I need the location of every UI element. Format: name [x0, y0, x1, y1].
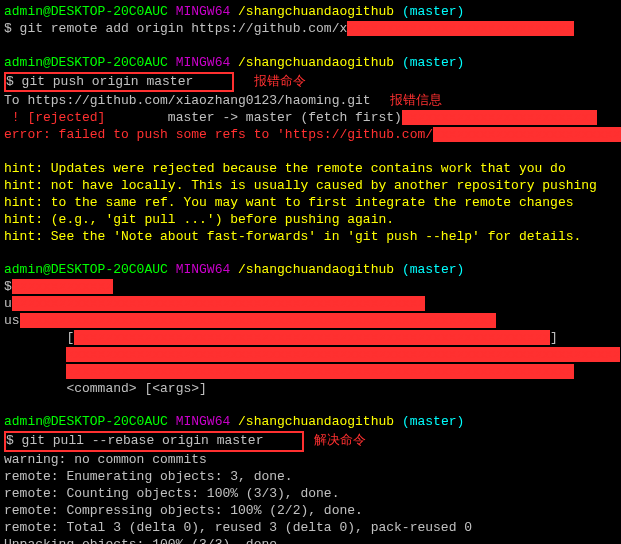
push-output: To https://github.com/xiaozhang0123/haom… — [4, 92, 617, 110]
cmd-remote-add: $ git remote add origin https://github.c… — [4, 21, 617, 38]
usage-line: usxxxxxxxxxxxxxxxxxxxxxxxxxxxxxxxxxxxxxx… — [4, 313, 617, 330]
pull-output: remote: Total 3 (delta 0), reused 3 (del… — [4, 520, 617, 537]
hint-line: hint: to the same ref. You may want to f… — [4, 195, 617, 212]
prompt-line: admin@DESKTOP-20C0AUC MINGW64 /shangchua… — [4, 414, 617, 431]
usage-line: [xxxxxxxxxxxxxxxxxxxxxxxxxxxxxxxxxxxxxxx… — [4, 330, 617, 347]
hint-line: hint: Updates were rejected because the … — [4, 161, 617, 178]
pull-output: remote: Counting objects: 100% (3/3), do… — [4, 486, 617, 503]
hint-line: hint: not have locally. This is usually … — [4, 178, 617, 195]
push-error: error: failed to push some refs to 'http… — [4, 127, 617, 144]
push-rejected: ! [rejected] master -> master (fetch fir… — [4, 110, 617, 127]
usage-line: <command> [<args>] — [4, 381, 617, 398]
cmd-push: $ git push origin master 报错命令 — [4, 72, 617, 93]
prompt-line: admin@DESKTOP-20C0AUC MINGW64 /shangchua… — [4, 4, 617, 21]
pull-output: Unpacking objects: 100% (3/3), done. — [4, 537, 617, 544]
hint-line: hint: (e.g., 'git pull ...') before push… — [4, 212, 617, 229]
cmd-redacted: $xxxxxxxxxxxxx — [4, 279, 617, 296]
prompt-line: admin@DESKTOP-20C0AUC MINGW64 /shangchua… — [4, 55, 617, 72]
hint-line: hint: See the 'Note about fast-forwards'… — [4, 229, 617, 246]
prompt-line: admin@DESKTOP-20C0AUC MINGW64 /shangchua… — [4, 262, 617, 279]
usage-line: xxxxxxxxxxxxxxxxxxxxxxxxxxxxxxxxxxxxxxxx… — [4, 347, 617, 364]
usage-line: xxxxxxxxxxxxxxxxxxxxxxxxxxxxxxxxxxxxxxxx… — [4, 364, 617, 381]
pull-output: remote: Compressing objects: 100% (2/2),… — [4, 503, 617, 520]
pull-output: remote: Enumerating objects: 3, done. — [4, 469, 617, 486]
cmd-pull-rebase: $ git pull --rebase origin master 解决命令 — [4, 431, 617, 452]
warning-line: warning: no common commits — [4, 452, 617, 469]
usage-line: uxxxxxxxxxxxxxxxxxxxxxxxxxxxxxxxxxxxxxxx… — [4, 296, 617, 313]
